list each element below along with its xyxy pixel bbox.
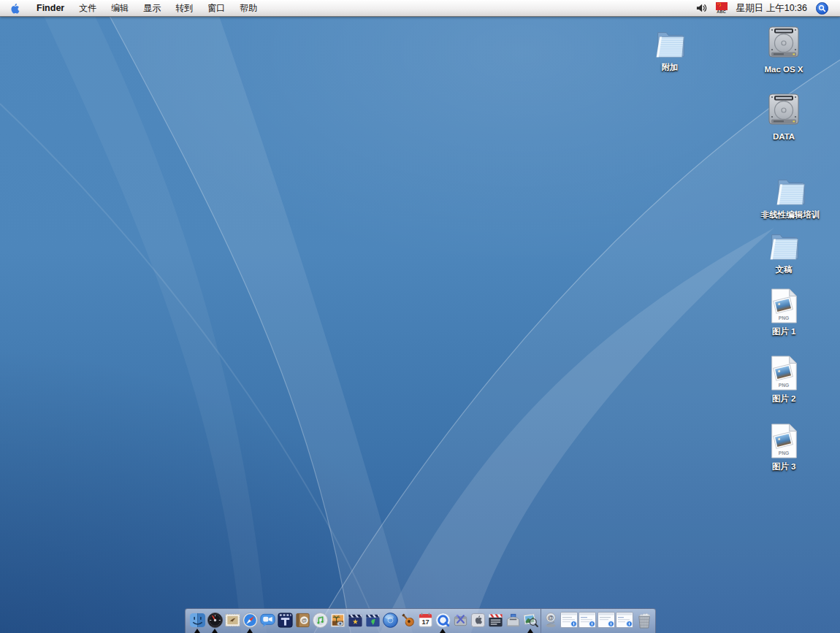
dock-apps: @ bbox=[186, 609, 541, 633]
dock-minimized-window-4[interactable] bbox=[616, 609, 633, 633]
desktop-icon-png-3[interactable]: PNG 图片 3 bbox=[740, 423, 828, 472]
desktop-icon-label: 图片 1 bbox=[772, 327, 796, 337]
png-badge: PNG bbox=[779, 450, 790, 456]
menu-bar-left: Finder 文件 编辑 显示 转到 窗口 帮助 bbox=[0, 2, 257, 15]
app-menu-finder[interactable]: Finder bbox=[37, 3, 64, 13]
desktop-icon-label: Mac OS X bbox=[764, 65, 803, 74]
png-file-icon: PNG bbox=[768, 288, 800, 324]
trash-full-icon bbox=[635, 611, 654, 629]
dock-item-disk-utility[interactable] bbox=[451, 609, 469, 633]
dock-item-trash[interactable] bbox=[634, 609, 654, 633]
dock-item-system-preferences[interactable] bbox=[469, 609, 486, 633]
ical-icon: 17 bbox=[417, 612, 434, 629]
quicktime-icon bbox=[435, 612, 451, 629]
dock-item-iphoto[interactable] bbox=[329, 609, 346, 633]
final-cut-clapperboard-icon bbox=[487, 612, 504, 629]
desktop-icon-folder-documents[interactable]: 文稿 bbox=[740, 230, 828, 275]
desktop-icon-png-1[interactable]: PNG 图片 1 bbox=[740, 288, 828, 337]
desktop-icon-folder-fujia[interactable]: 附加 bbox=[626, 28, 714, 73]
dock-minimized-window-3[interactable] bbox=[597, 609, 615, 633]
desktop-icon-label: 图片 2 bbox=[772, 394, 796, 404]
menu-bar-clock[interactable]: 星期日 上午10:36 bbox=[736, 2, 807, 15]
input-method-menu-extra[interactable]: ABC bbox=[716, 2, 728, 15]
png-file-icon: PNG bbox=[768, 423, 800, 459]
at-glyph: @ bbox=[301, 617, 307, 624]
menu-bar-status: ABC 星期日 上午10:36 bbox=[696, 0, 828, 16]
imovie-clapperboard-icon bbox=[347, 612, 364, 629]
preview-icon bbox=[522, 612, 539, 629]
minimized-safari-window bbox=[616, 612, 633, 628]
dock-item-preview[interactable] bbox=[522, 609, 539, 633]
finder-icon bbox=[189, 612, 206, 629]
mail-stamp-icon bbox=[224, 612, 241, 629]
dock-item-clapper-green[interactable] bbox=[364, 609, 381, 633]
dashboard-icon bbox=[207, 612, 224, 629]
menu-view[interactable]: 显示 bbox=[143, 2, 161, 15]
dock-item-safari[interactable] bbox=[241, 609, 259, 633]
iphoto-icon bbox=[329, 612, 346, 629]
desktop-icon-drive-macosx[interactable]: Mac OS X bbox=[740, 24, 828, 75]
dock-minimized-area: @ bbox=[541, 609, 655, 633]
apple-menu[interactable] bbox=[9, 2, 20, 15]
dock-item-imovie[interactable] bbox=[346, 609, 364, 633]
desktop-icon-label: 附加 bbox=[662, 63, 679, 72]
garageband-icon bbox=[400, 612, 416, 629]
dock-item-ical[interactable]: 17 bbox=[416, 609, 434, 633]
dock-item-garageband[interactable] bbox=[399, 609, 416, 633]
dock-item-dashboard[interactable] bbox=[206, 609, 224, 633]
toast-icon bbox=[505, 612, 522, 629]
spotlight-menu-extra[interactable] bbox=[816, 2, 828, 15]
desktop-icon-drive-data[interactable]: DATA bbox=[740, 91, 828, 142]
dock-item-quicktime[interactable] bbox=[434, 609, 451, 633]
running-indicator bbox=[440, 629, 446, 633]
hard-drive-icon bbox=[765, 24, 803, 62]
menu-help[interactable]: 帮助 bbox=[240, 2, 257, 15]
folder-icon bbox=[772, 175, 809, 207]
menu-go[interactable]: 转到 bbox=[175, 2, 193, 15]
dock-item-internet-location[interactable]: @ bbox=[542, 609, 560, 633]
dock-minimized-window-2[interactable] bbox=[579, 609, 596, 633]
minimized-safari-window bbox=[579, 612, 596, 628]
running-indicator bbox=[194, 629, 200, 633]
running-indicator bbox=[527, 629, 533, 633]
dock-item-itunes[interactable] bbox=[311, 609, 329, 633]
disk-utility-tools-icon bbox=[452, 612, 469, 629]
at-glyph: @ bbox=[548, 613, 554, 621]
dock-item-livetype[interactable] bbox=[276, 609, 294, 633]
wallpaper-curves bbox=[0, 16, 840, 633]
desktop-icon-png-2[interactable]: PNG 图片 2 bbox=[740, 355, 828, 404]
video-clapperboard-green-icon bbox=[364, 612, 381, 629]
dock-item-final-cut[interactable] bbox=[486, 609, 504, 633]
volume-menu-extra[interactable] bbox=[696, 3, 707, 13]
dock-item-mail[interactable] bbox=[224, 609, 241, 633]
internet-location-icon: @ bbox=[543, 612, 559, 629]
ical-day: 17 bbox=[421, 618, 429, 626]
hard-drive-icon bbox=[765, 91, 803, 129]
dock-item-ichat[interactable] bbox=[259, 609, 276, 633]
system-preferences-icon bbox=[470, 612, 486, 629]
menu-window[interactable]: 窗口 bbox=[207, 2, 225, 15]
dock-minimized-window-1[interactable] bbox=[560, 609, 578, 633]
dock-item-finder[interactable] bbox=[188, 609, 206, 633]
menu-edit[interactable]: 编辑 bbox=[111, 2, 129, 15]
desktop-icon-label: 图片 3 bbox=[772, 462, 796, 472]
folder-icon bbox=[652, 28, 688, 60]
menu-file[interactable]: 文件 bbox=[79, 2, 96, 15]
desktop-icon-folder-training[interactable]: 非线性编辑培训 bbox=[747, 175, 834, 220]
folder-icon bbox=[765, 230, 802, 262]
dock-item-toast[interactable] bbox=[504, 609, 522, 633]
desktop-icon-label: 非线性编辑培训 bbox=[761, 210, 820, 220]
minimized-safari-window bbox=[597, 612, 615, 628]
running-indicator bbox=[247, 629, 253, 633]
png-file-icon: PNG bbox=[768, 355, 800, 391]
speaker-icon bbox=[696, 3, 707, 13]
ichat-icon bbox=[259, 612, 276, 629]
png-badge: PNG bbox=[779, 383, 790, 388]
png-badge: PNG bbox=[779, 315, 790, 321]
livetype-icon bbox=[277, 612, 294, 629]
dock-item-idvd[interactable] bbox=[381, 609, 399, 633]
dock-item-address-book[interactable]: @ bbox=[294, 609, 311, 633]
address-book-icon: @ bbox=[294, 612, 311, 629]
itunes-icon bbox=[312, 612, 329, 629]
desktop-wallpaper bbox=[0, 16, 840, 633]
